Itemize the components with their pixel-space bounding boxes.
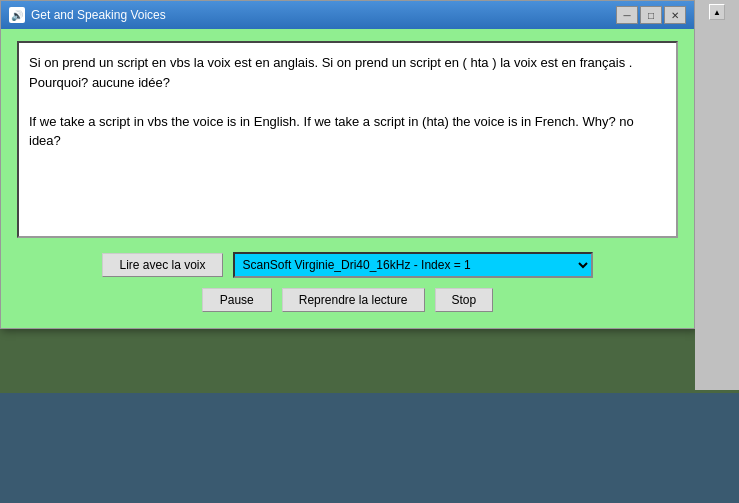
minimize-button[interactable]: ─ xyxy=(616,6,638,24)
taskbar xyxy=(0,393,739,503)
desktop: 🔊 Get and Speaking Voices ─ □ ✕ Si on pr… xyxy=(0,0,739,503)
controls-row2: Pause Reprendre la lecture Stop xyxy=(17,288,678,312)
window-title: Get and Speaking Voices xyxy=(31,8,166,22)
lire-button[interactable]: Lire avec la voix xyxy=(102,253,222,277)
window: 🔊 Get and Speaking Voices ─ □ ✕ Si on pr… xyxy=(0,0,695,329)
reprendre-button[interactable]: Reprendre la lecture xyxy=(282,288,425,312)
title-bar-left: 🔊 Get and Speaking Voices xyxy=(9,7,166,23)
voice-select[interactable]: ScanSoft Virginie_Dri40_16kHz - Index = … xyxy=(233,252,593,278)
scroll-up-button[interactable]: ▲ xyxy=(709,4,725,20)
window-icon: 🔊 xyxy=(9,7,25,23)
main-textarea[interactable]: Si on prend un script en vbs la voix est… xyxy=(19,43,676,233)
stop-button[interactable]: Stop xyxy=(435,288,494,312)
title-controls: ─ □ ✕ xyxy=(616,6,686,24)
text-area-wrapper: Si on prend un script en vbs la voix est… xyxy=(17,41,678,238)
title-bar: 🔊 Get and Speaking Voices ─ □ ✕ xyxy=(1,1,694,29)
pause-button[interactable]: Pause xyxy=(202,288,272,312)
window-body: Si on prend un script en vbs la voix est… xyxy=(1,29,694,328)
maximize-button[interactable]: □ xyxy=(640,6,662,24)
controls-row1: Lire avec la voix ScanSoft Virginie_Dri4… xyxy=(17,252,678,278)
scrollbar-right: ▲ xyxy=(695,0,739,390)
close-button[interactable]: ✕ xyxy=(664,6,686,24)
